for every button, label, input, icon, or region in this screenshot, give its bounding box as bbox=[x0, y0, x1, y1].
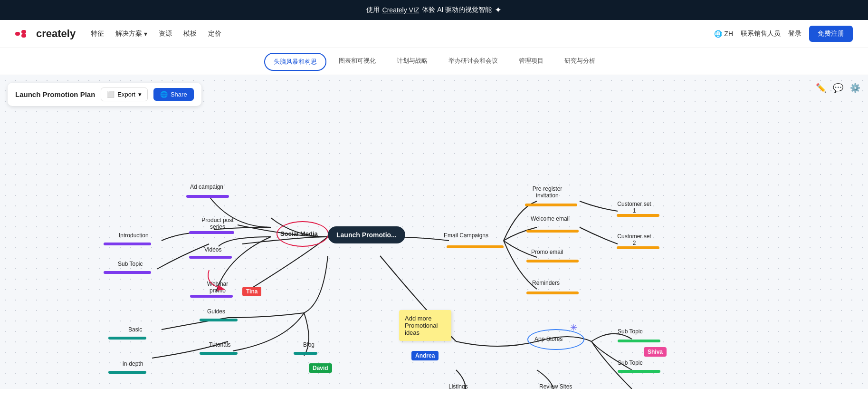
blog-bar bbox=[294, 352, 317, 355]
email-campaigns-bar bbox=[447, 245, 504, 248]
ad-campaign-bar bbox=[186, 195, 229, 198]
announcement-text-pre: 使用 bbox=[366, 6, 380, 14]
customer-set-2-bar bbox=[617, 246, 659, 249]
login-button[interactable]: 登录 bbox=[788, 29, 801, 38]
promo-email-bar bbox=[526, 260, 579, 262]
language-selector[interactable]: 🌐 ZH bbox=[714, 30, 733, 38]
videos-bar bbox=[189, 256, 232, 259]
nav-right: 🌐 ZH 联系销售人员 登录 免费注册 bbox=[714, 26, 853, 42]
tab-projects[interactable]: 管理项目 bbox=[510, 53, 552, 71]
logo[interactable]: creately bbox=[15, 28, 76, 40]
david-badge: David bbox=[309, 363, 332, 373]
sub-topic-bottom-right-bar bbox=[618, 370, 660, 373]
canvas-title: Launch Promotion Plan bbox=[15, 90, 95, 98]
tab-workshops[interactable]: 举办研讨会和会议 bbox=[440, 53, 506, 71]
customer-set-1-bar bbox=[617, 214, 659, 217]
svg-rect-0 bbox=[15, 32, 20, 36]
svg-rect-1 bbox=[21, 30, 26, 34]
nav-features[interactable]: 特征 bbox=[91, 29, 104, 38]
basic-bar bbox=[108, 337, 146, 340]
canvas: Launch Promotion Plan ⬜ Export ▾ 🌐 Share… bbox=[0, 75, 868, 389]
nav-pricing[interactable]: 定价 bbox=[208, 29, 221, 38]
export-icon: ⬜ bbox=[107, 91, 114, 98]
sticky-note[interactable]: Add more Promotional ideas bbox=[399, 310, 451, 341]
comment-icon[interactable]: 💬 bbox=[833, 83, 843, 93]
tab-charts[interactable]: 图表和可视化 bbox=[330, 53, 384, 71]
tab-planning[interactable]: 计划与战略 bbox=[388, 53, 436, 71]
tab-bar: 头脑风暴和构思 图表和可视化 计划与战略 举办研讨会和会议 管理项目 研究与分析 bbox=[0, 48, 868, 75]
announcement-bar: 使用 Creately VIZ 体验 AI 驱动的视觉智能 ✦ bbox=[0, 0, 868, 20]
navbar: creately 特征 解决方案 ▾ 资源 模板 定价 🌐 ZH 联系销售人员 … bbox=[0, 20, 868, 48]
nav-solutions[interactable]: 解决方案 ▾ bbox=[115, 29, 147, 38]
share-button[interactable]: 🌐 Share bbox=[153, 88, 194, 101]
contact-sales-button[interactable]: 联系销售人员 bbox=[741, 29, 781, 38]
sparkle-icon: ✦ bbox=[495, 5, 502, 15]
sub-topic-top-right-bar bbox=[618, 340, 660, 342]
edit-icon[interactable]: ✏️ bbox=[816, 83, 826, 93]
chevron-down-icon: ▾ bbox=[144, 30, 147, 38]
webinar-promo-bar bbox=[190, 295, 233, 298]
announcement-link[interactable]: Creately VIZ bbox=[382, 6, 420, 14]
pre-register-bar bbox=[525, 204, 577, 206]
mindmap-connections bbox=[0, 75, 868, 389]
nav-templates[interactable]: 模板 bbox=[183, 29, 197, 38]
signup-button[interactable]: 免费注册 bbox=[809, 26, 853, 42]
tina-badge: Tina bbox=[242, 287, 261, 296]
globe-icon: 🌐 bbox=[714, 30, 722, 38]
in-depth-bar bbox=[108, 371, 146, 374]
svg-rect-2 bbox=[21, 34, 26, 38]
reminders-bar bbox=[526, 291, 579, 294]
product-post-bar bbox=[189, 231, 234, 234]
guides-bar bbox=[200, 319, 238, 321]
andrea-badge: Andrea bbox=[411, 351, 439, 360]
shiva-badge: Shiva bbox=[644, 347, 667, 357]
export-button[interactable]: ⬜ Export ▾ bbox=[101, 87, 148, 101]
nav-resources[interactable]: 资源 bbox=[159, 29, 172, 38]
canvas-toolbar: Launch Promotion Plan ⬜ Export ▾ 🌐 Share bbox=[8, 83, 201, 106]
chevron-down-icon: ▾ bbox=[138, 91, 142, 98]
globe-icon: 🌐 bbox=[160, 91, 168, 98]
nav-links: 特征 解决方案 ▾ 资源 模板 定价 bbox=[91, 29, 699, 38]
tab-research[interactable]: 研究与分析 bbox=[556, 53, 604, 71]
tab-brainstorm[interactable]: 头脑风暴和构思 bbox=[264, 53, 326, 71]
introduction-bar bbox=[104, 243, 151, 245]
announcement-text-post: 体验 AI 驱动的视觉智能 bbox=[422, 6, 492, 14]
settings-icon[interactable]: ⚙️ bbox=[850, 83, 860, 93]
center-node[interactable]: Launch Promotio... bbox=[328, 226, 405, 243]
tutorials-bar bbox=[200, 352, 238, 355]
welcome-email-bar bbox=[526, 230, 579, 233]
canvas-toolbar-right: ✏️ 💬 ⚙️ bbox=[816, 83, 860, 93]
logo-text: creately bbox=[36, 28, 76, 40]
sub-topic-left-bar bbox=[104, 271, 151, 274]
